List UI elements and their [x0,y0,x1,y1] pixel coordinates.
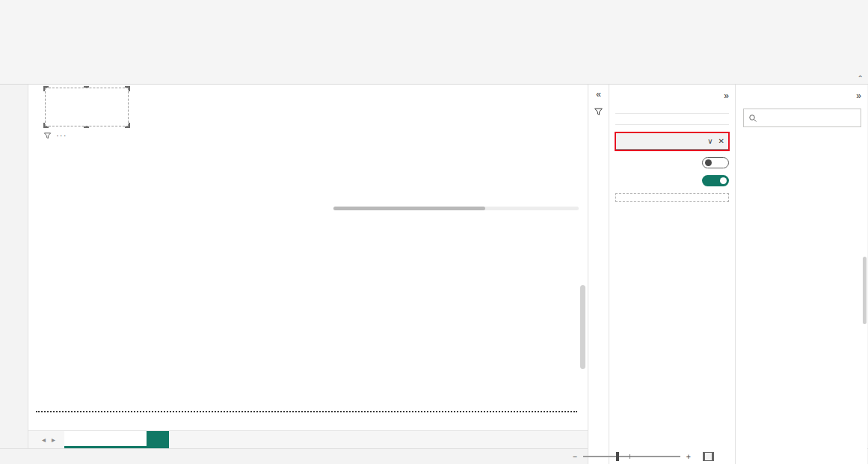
collapse-ribbon-icon[interactable]: ⌃ [858,74,864,82]
search-icon [748,114,757,123]
filters-pane-collapsed: « [588,85,609,464]
line-chart-visual[interactable] [314,272,582,408]
next-page-arrow-icon[interactable]: ▸ [52,436,55,444]
add-drill-through-fields-dropzone[interactable] [615,193,729,202]
more-options-icon[interactable]: ··· [56,131,67,140]
column-chart-visual[interactable] [314,131,579,281]
column-chart-scrollbar[interactable] [333,207,579,210]
data-pane-scrollbar[interactable] [863,257,867,324]
visualizations-pane: » ∨ ✕ [609,85,736,464]
pie-chart-visual[interactable] [39,273,314,408]
cross-report-toggle[interactable] [702,157,729,168]
filter-funnel-icon[interactable] [594,107,603,117]
keep-all-filters-toggle[interactable] [702,175,729,186]
zoom-slider[interactable] [583,456,680,457]
chevron-down-icon[interactable]: ∨ [707,137,712,145]
ribbon-tabs [0,0,868,19]
bar-x-axis-ticks [76,146,313,155]
zoom-in-button[interactable]: + [686,452,691,461]
collapse-data-pane-icon[interactable]: » [856,91,861,101]
fit-to-page-icon[interactable] [703,452,714,461]
filter-funnel-icon[interactable] [43,132,52,140]
pie-plot[interactable] [108,293,203,388]
bar-chart-visual[interactable]: ··· [39,131,313,272]
powerbi-window: ⌃ ··· [0,0,868,464]
data-search-box[interactable] [743,109,861,127]
ribbon: ⌃ [0,19,868,85]
data-pane: » [736,85,867,464]
prev-page-arrow-icon[interactable]: ◂ [42,436,46,444]
page-bar: ◂ ▸ [28,430,588,448]
field-well-sum-of-stock[interactable]: ∨ ✕ [616,133,728,150]
page-tab-sales-overview[interactable] [64,431,147,448]
new-page-button[interactable] [147,431,169,448]
remove-field-icon[interactable]: ✕ [718,137,724,145]
collapse-visualizations-icon[interactable]: » [724,91,729,101]
canvas-scrollbar[interactable] [580,285,585,369]
report-canvas[interactable]: ··· [28,85,588,430]
search-input[interactable] [762,114,844,123]
selection-dotted-border [36,411,577,412]
expand-filters-icon[interactable]: « [596,89,601,100]
zoom-out-button[interactable]: − [573,452,577,461]
card-visual[interactable] [45,88,129,126]
view-switcher-sidebar [0,85,28,448]
